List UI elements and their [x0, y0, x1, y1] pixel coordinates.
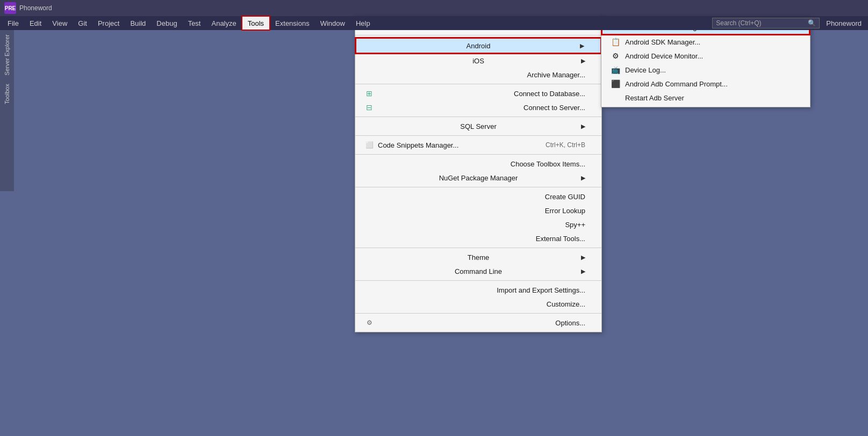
tools-command-line[interactable]: Command Line ▶	[355, 264, 601, 278]
adb-icon: ⬛	[610, 79, 621, 88]
tools-import-export[interactable]: Import and Export Settings...	[355, 283, 601, 297]
command-line-arrow-icon: ▶	[581, 268, 585, 275]
menu-debug[interactable]: Debug	[151, 16, 182, 30]
device-log-icon: 📺	[610, 66, 621, 74]
tools-external-tools[interactable]: External Tools...	[355, 231, 601, 245]
code-snippets-label: Code Snippets Manager...	[378, 141, 458, 149]
theme-icon	[364, 253, 375, 261]
tools-sep2	[355, 84, 601, 84]
tools-android[interactable]: Android ▶	[355, 38, 601, 54]
sidebar-item-toolbox[interactable]: Toolbox	[2, 79, 12, 108]
tools-ios[interactable]: iOS ▶	[355, 54, 601, 68]
error-icon	[364, 206, 375, 215]
code-snippets-shortcut: Ctrl+K, Ctrl+B	[546, 141, 585, 149]
title-bar: PRE Phoneword	[0, 0, 868, 16]
snippets-icon: ⬜	[364, 141, 375, 149]
tools-sep6	[355, 187, 601, 187]
menu-extensions[interactable]: Extensions	[270, 16, 315, 30]
menu-git[interactable]: Git	[73, 16, 92, 30]
nuget-icon	[364, 173, 375, 182]
options-gear-icon: ⚙	[364, 318, 375, 327]
android-sdk-manager-label: Android SDK Manager...	[625, 38, 700, 46]
tools-dropdown: Get Tools and Features... Android ▶ iOS …	[355, 16, 602, 332]
search-icon: 🔍	[808, 19, 816, 27]
sql-label: SQL Server	[460, 122, 496, 130]
tools-sep9	[355, 313, 601, 314]
tools-sql-server[interactable]: SQL Server ▶	[355, 119, 601, 133]
tools-sep5	[355, 154, 601, 155]
android-label: Android	[467, 42, 491, 50]
theme-label: Theme	[468, 253, 489, 261]
tools-code-snippets[interactable]: ⬜ Code Snippets Manager... Ctrl+K, Ctrl+…	[355, 138, 601, 152]
ios-arrow-icon: ▶	[581, 57, 585, 64]
archive-icon	[364, 70, 375, 79]
tools-spy[interactable]: Spy++	[355, 217, 601, 231]
tools-sep4	[355, 135, 601, 136]
android-device-monitor[interactable]: ⚙ Android Device Monitor...	[601, 49, 810, 63]
tools-sep1	[355, 35, 601, 35]
android-restart-adb[interactable]: Restart Adb Server	[601, 91, 810, 105]
archive-label: Archive Manager...	[527, 71, 585, 79]
connect-server-label: Connect to Server...	[523, 104, 585, 112]
tools-customize[interactable]: Customize...	[355, 297, 601, 311]
android-device-log[interactable]: 📺 Device Log...	[601, 63, 810, 77]
create-guid-label: Create GUID	[545, 193, 585, 201]
tools-sep8	[355, 280, 601, 281]
android-adb-prompt[interactable]: ⬛ Android Adb Command Prompt...	[601, 77, 810, 91]
command-line-label: Command Line	[455, 267, 502, 275]
spy-label: Spy++	[565, 221, 585, 229]
search-placeholder: Search (Ctrl+Q)	[716, 19, 761, 27]
spy-icon	[364, 220, 375, 229]
tools-sep3	[355, 117, 601, 117]
menu-help[interactable]: Help	[350, 16, 376, 30]
tools-nuget[interactable]: NuGet Package Manager ▶	[355, 171, 601, 185]
external-tools-label: External Tools...	[536, 235, 585, 243]
nuget-label: NuGet Package Manager	[439, 174, 518, 182]
tools-connect-server[interactable]: ⊟ Connect to Server...	[355, 100, 601, 114]
connect-database-label: Connect to Database...	[514, 90, 585, 98]
tools-error-lookup[interactable]: Error Lookup	[355, 204, 601, 217]
menu-build[interactable]: Build	[125, 16, 151, 30]
search-box[interactable]: Search (Ctrl+Q) 🔍	[712, 18, 820, 28]
import-export-label: Import and Export Settings...	[497, 286, 585, 294]
theme-arrow-icon: ▶	[581, 254, 585, 261]
sql-arrow-icon: ▶	[581, 123, 585, 130]
device-log-label: Device Log...	[625, 66, 666, 74]
customize-label: Customize...	[547, 300, 585, 308]
menu-test[interactable]: Test	[183, 16, 206, 30]
menu-tools[interactable]: Tools	[242, 16, 270, 30]
menu-project[interactable]: Project	[92, 16, 125, 30]
sidebar-item-server-explorer[interactable]: Server Explorer	[2, 30, 12, 79]
menu-file[interactable]: File	[2, 16, 24, 30]
tools-choose-toolbox[interactable]: Choose Toolbox Items...	[355, 157, 601, 171]
tools-archive-manager[interactable]: Archive Manager...	[355, 68, 601, 82]
import-export-icon	[364, 286, 375, 294]
sql-icon	[364, 122, 375, 130]
toolbox-icon	[364, 159, 375, 168]
android-adb-label: Android Adb Command Prompt...	[625, 80, 728, 88]
android-icon	[365, 41, 376, 50]
android-sdk-manager[interactable]: 📋 Android SDK Manager...	[601, 35, 810, 49]
ios-icon	[364, 56, 375, 65]
menu-edit[interactable]: Edit	[24, 16, 47, 30]
tools-sep7	[355, 248, 601, 248]
side-panel-left: Server Explorer Toolbox	[0, 30, 14, 191]
customize-icon	[364, 300, 375, 308]
tools-options[interactable]: ⚙ Options...	[355, 316, 601, 330]
options-label: Options...	[555, 319, 585, 327]
android-monitor-icon: ⚙	[610, 52, 621, 60]
app-name-label: Phoneword	[826, 19, 862, 27]
tools-theme[interactable]: Theme ▶	[355, 250, 601, 264]
app-logo: PRE	[4, 2, 16, 14]
cmd-icon	[364, 267, 375, 275]
tools-connect-database[interactable]: ⊞ Connect to Database...	[355, 86, 601, 100]
menu-bar: File Edit View Git Project Build Debug T…	[0, 16, 868, 30]
restart-adb-label: Restart Adb Server	[625, 94, 684, 102]
menu-view[interactable]: View	[47, 16, 73, 30]
database-icon: ⊞	[364, 89, 375, 98]
choose-toolbox-label: Choose Toolbox Items...	[511, 160, 585, 168]
tools-create-guid[interactable]: Create GUID	[355, 190, 601, 204]
external-tools-icon	[364, 234, 375, 243]
menu-window[interactable]: Window	[315, 16, 350, 30]
menu-analyze[interactable]: Analyze	[206, 16, 241, 30]
